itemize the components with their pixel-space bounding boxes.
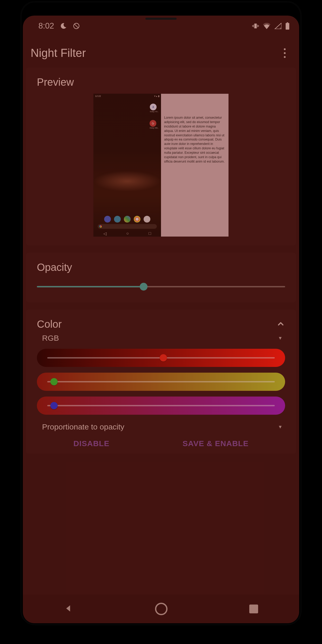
svg-rect-1 xyxy=(254,24,257,29)
collapse-color-button[interactable] xyxy=(276,319,285,329)
save-enable-button[interactable]: SAVE & ENABLE xyxy=(183,439,249,448)
opacity-heading: Opacity xyxy=(37,261,285,273)
overflow-menu-button[interactable] xyxy=(280,48,289,58)
green-slider[interactable] xyxy=(37,373,285,391)
action-bar: DISABLE SAVE & ENABLE xyxy=(37,435,285,449)
preview-phone-status-icons: ▾ ▴ ▮ xyxy=(154,95,159,97)
preview-app-label-1: Easy Vo.. xyxy=(150,110,159,113)
color-behavior-value: Proportionate to opacity xyxy=(42,422,124,431)
svg-rect-2 xyxy=(253,25,254,27)
preview-dock xyxy=(93,216,161,223)
status-bar: 8:02 x xyxy=(23,16,299,36)
status-time: 8:02 xyxy=(38,21,54,31)
color-card: Color RGB ▼ Pro xyxy=(26,310,296,454)
preview-card: Preview 12:22 ▾ ▴ ▮ Ea xyxy=(26,68,296,245)
red-slider[interactable] xyxy=(37,349,285,367)
opacity-slider[interactable] xyxy=(37,280,285,293)
preview-app-bubble-1 xyxy=(150,104,157,110)
color-mode-value: RGB xyxy=(42,334,59,343)
preview-search-bar xyxy=(98,224,157,229)
page-title: Night Filter xyxy=(31,46,86,59)
dropdown-triangle-icon: ▼ xyxy=(278,336,283,341)
moon-dnd-icon xyxy=(60,22,67,30)
color-mode-dropdown[interactable]: RGB ▼ xyxy=(37,330,285,346)
system-nav-bar xyxy=(23,595,299,623)
svg-rect-9 xyxy=(153,106,154,108)
cell-no-signal-icon: x xyxy=(274,23,281,29)
nav-recent-button[interactable] xyxy=(249,605,258,613)
dropdown-triangle-icon: ▼ xyxy=(278,424,283,430)
battery-icon xyxy=(285,22,290,30)
svg-rect-4 xyxy=(252,25,253,27)
vibrate-icon xyxy=(252,22,259,30)
color-behavior-dropdown[interactable]: Proportionate to opacity ▼ xyxy=(37,419,285,435)
preview-heading: Preview xyxy=(37,76,285,88)
svg-text:x: x xyxy=(280,26,281,29)
svg-rect-3 xyxy=(257,25,258,27)
app-bar: Night Filter xyxy=(23,41,299,65)
blue-slider[interactable] xyxy=(37,397,285,415)
svg-rect-8 xyxy=(287,22,288,23)
wifi-icon xyxy=(263,23,271,29)
color-heading: Color xyxy=(37,318,62,330)
nav-home-button[interactable] xyxy=(155,603,167,615)
preview-phone-time: 12:22 xyxy=(95,95,101,97)
preview-nav-strip: ◁○□ xyxy=(93,230,161,237)
disable-button[interactable]: DISABLE xyxy=(73,439,110,448)
preview-app-bubble-2 xyxy=(150,120,156,127)
opacity-card: Opacity xyxy=(26,253,296,302)
svg-rect-10 xyxy=(153,108,153,108)
svg-rect-7 xyxy=(286,23,289,30)
preview-lorem-text: Lorem ipsum dolor sit amet, consectetur … xyxy=(161,94,229,237)
no-autorotate-icon xyxy=(73,22,80,30)
preview-app-label-2: Easy Me.. xyxy=(150,127,159,129)
nav-back-button[interactable] xyxy=(64,604,73,614)
svg-rect-5 xyxy=(258,25,259,27)
preview-image: 12:22 ▾ ▴ ▮ Easy Vo.. xyxy=(93,94,229,237)
